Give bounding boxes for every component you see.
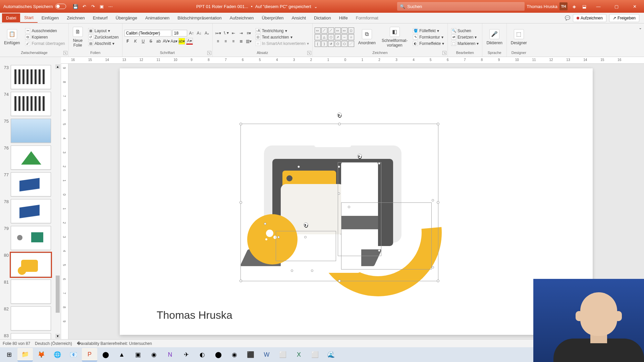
numbering-button[interactable]: ⒈▾ [222,30,229,37]
tab-help[interactable]: Hilfe [335,13,352,22]
columns-button[interactable]: ▥▾ [246,38,252,45]
slide-thumbnail-82[interactable]: 82 [2,306,59,330]
clear-format-icon[interactable]: Aₓ [204,30,210,37]
firefox-icon[interactable]: 🦊 [34,348,49,361]
replace-button[interactable]: ⇄Ersetzen ▾ [450,34,480,40]
tab-record[interactable]: Aufzeichnen [226,13,258,22]
font-color-button[interactable]: A▾ [186,38,193,45]
slide-thumbnail-73[interactable]: 73 [2,65,59,89]
share-button[interactable]: ↗Freigeben [609,14,639,22]
collapse-ribbon-icon[interactable]: ⌄ [639,25,642,30]
slide-thumbnail-83[interactable]: 83 [2,333,59,339]
slide-thumbnail-77[interactable]: 77 [2,172,59,196]
slide-thumbnail-78[interactable]: 78 [2,199,59,223]
app-icon[interactable]: ▣ [130,348,146,361]
launcher-icon[interactable]: ↘ [442,51,446,55]
shape-effects-button[interactable]: ◐Formeffekte ▾ [412,41,445,46]
section-button[interactable]: ▤Abschnitt ▾ [87,41,120,46]
telegram-icon[interactable]: ✈ [178,348,194,361]
app-icon[interactable]: ⬤ [98,348,113,361]
tab-dictation[interactable]: Dictation [310,13,335,22]
underline-button[interactable]: U [140,38,147,45]
explorer-icon[interactable]: 📁 [17,348,33,361]
slide-thumbnail-74[interactable]: 74 [2,92,59,116]
decrease-indent-icon[interactable]: ⇤ [230,30,237,37]
chevron-down-icon[interactable]: ⌄ [314,4,318,9]
app-icon[interactable]: ⬜ [275,348,290,361]
arrange-button[interactable]: ⧉Anordnen [356,28,378,46]
increase-font-icon[interactable]: A↑ [188,30,195,37]
outlook-icon[interactable]: 📧 [66,348,81,361]
scroll-up-icon[interactable]: ▲ [55,64,60,69]
decrease-font-icon[interactable]: A↓ [196,30,203,37]
bold-button[interactable]: F [124,38,131,45]
close-button[interactable]: ✕ [627,0,642,13]
cut-button[interactable]: ✂Ausschneiden [24,28,66,34]
onenote-icon[interactable]: N [162,348,178,361]
tab-view[interactable]: Ansicht [287,13,310,22]
vlc-icon[interactable]: ▲ [114,348,129,361]
slide-canvas[interactable]: ↻ [120,68,593,335]
justify-icon[interactable]: ≣ [238,38,245,45]
copy-button[interactable]: ⧉Kopieren [24,34,66,40]
maximize-button[interactable]: ▢ [609,0,624,13]
app-icon[interactable]: ◉ [227,348,242,361]
layout-button[interactable]: ▦Layout ▾ [87,28,120,34]
scrollbar-handle[interactable] [56,276,60,313]
shape-fill-button[interactable]: 🪣Fülleffekt ▾ [412,28,445,34]
accessibility-status[interactable]: �availability Barrierefreiheit: Untersuc… [77,341,152,346]
slide-thumbnail-81[interactable]: 81 [2,280,59,304]
chrome-icon[interactable]: 🌐 [50,348,65,361]
highlight-button[interactable]: ab▾ [178,38,185,45]
spacing-button[interactable]: AV▾ [163,38,170,45]
minimize-button[interactable]: — [591,0,606,13]
excel-icon[interactable]: X [291,348,307,361]
coming-soon-icon[interactable]: ◈ [571,3,578,10]
reset-button[interactable]: ↺Zurücksetzen [87,34,120,40]
inner-selection[interactable]: ↻ [276,231,336,261]
thumbnail-scrollbar[interactable]: ▲ ▼ [55,64,60,339]
select-button[interactable]: ⬚Markieren ▾ [450,41,480,46]
start-button[interactable]: ⊞ [1,348,17,361]
slide-thumbnail-75[interactable]: 75 [2,119,59,143]
more-icon[interactable]: ⋯ [107,3,114,10]
tab-file[interactable]: Datei [2,13,20,22]
font-name-combo[interactable] [124,30,171,37]
tab-animations[interactable]: Animationen [141,13,173,22]
find-button[interactable]: 🔍Suchen [450,28,480,34]
app-icon[interactable]: ⬜ [307,348,323,361]
bullets-button[interactable]: ≔▾ [215,30,221,37]
tab-transitions[interactable]: Übergänge [112,13,141,22]
rotate-handle-icon[interactable]: ↻ [304,223,308,227]
rotate-handle-icon[interactable]: ↻ [357,154,362,159]
align-right-icon[interactable]: ≡ [230,38,237,45]
inner-selection[interactable]: ↻ [338,162,381,256]
paste-button[interactable]: 📋Einfügen [2,28,22,46]
text-direction-button[interactable]: ↕ATextrichtung ▾ [254,28,310,34]
strike-button[interactable]: S [148,38,154,45]
align-center-icon[interactable]: ≡ [222,38,229,45]
scroll-down-icon[interactable]: ▼ [55,334,60,339]
autosave-toggle[interactable]: Automatisches Speichern [0,4,69,9]
designer-button[interactable]: ⬚Designer [509,28,529,46]
language-status[interactable]: Deutsch (Österreich) [35,341,72,346]
shape-gallery[interactable]: ▭／／▭▭◻ ○△⬡↗↔☆ {}↺⬠⬡⋰ [315,27,354,47]
tab-draw[interactable]: Zeichnen [63,13,89,22]
undo-icon[interactable]: ↶ [81,3,88,10]
selected-graphic-group[interactable]: ↻ [244,125,438,280]
edge-icon[interactable]: 🌊 [323,348,339,361]
dictate-button[interactable]: 🎤Diktieren [484,28,504,46]
line-spacing-button[interactable]: ≡▾ [246,30,252,37]
tab-insert[interactable]: Einfügen [38,13,63,22]
tab-start[interactable]: Start [20,13,37,23]
app-icon[interactable]: ◐ [195,348,210,361]
tab-design[interactable]: Entwurf [89,13,112,22]
case-button[interactable]: Aa▾ [171,38,177,45]
align-left-icon[interactable]: ≡ [215,38,221,45]
shape-outline-button[interactable]: ✎Formkontur ▾ [412,34,445,40]
new-slide-button[interactable]: 🗎Neue Folie [71,26,85,48]
app-icon[interactable]: ⬛ [243,348,258,361]
slide-thumbnail-79[interactable]: 79 [2,226,59,250]
user-account[interactable]: Thomas Hruska TH [527,2,568,10]
tab-review[interactable]: Überprüfen [258,13,287,22]
